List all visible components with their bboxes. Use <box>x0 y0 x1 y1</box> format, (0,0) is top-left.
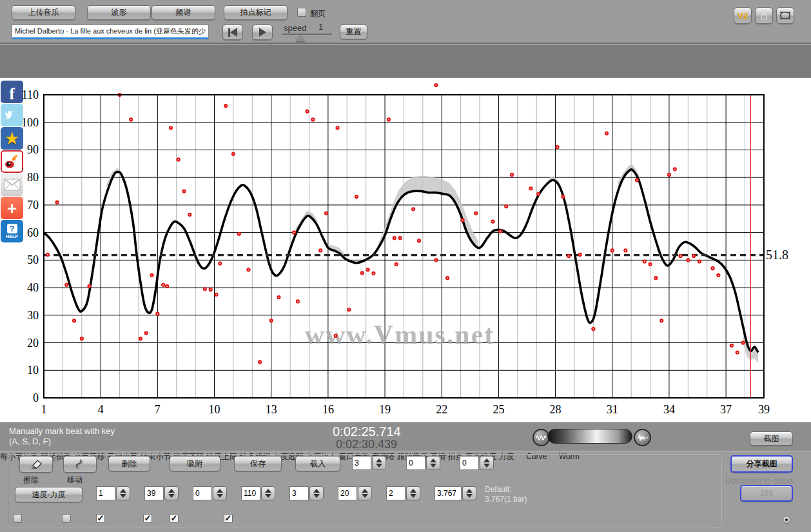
song-title-input[interactable] <box>12 25 209 39</box>
eraser-icon <box>30 459 43 469</box>
start-bar-stepper[interactable] <box>116 486 130 500</box>
twitter-icon[interactable] <box>1 104 23 126</box>
speed-value: 1 <box>318 22 323 32</box>
spectrum-button[interactable]: 频谱 <box>151 5 215 20</box>
svg-text:70: 70 <box>27 199 39 212</box>
move-tool-button[interactable] <box>63 456 97 473</box>
version-v2-button[interactable]: V2 <box>734 7 752 24</box>
delete-button[interactable]: 删除 <box>108 456 150 471</box>
average-tempo-checkbox[interactable] <box>170 514 179 523</box>
svg-text:4: 4 <box>98 403 104 416</box>
beat-hint-text: Manually mark beat with key (A, S, D, F) <box>9 426 115 447</box>
smooth-checkbox[interactable] <box>96 514 105 523</box>
erase-tool-button[interactable] <box>19 456 53 473</box>
speed-slider-handle[interactable] <box>296 35 305 41</box>
time-current: 0:02:25.714 <box>333 424 401 439</box>
waveform-icon[interactable] <box>634 429 651 446</box>
status-bar: Manually mark beat with key (A, S, D, F)… <box>0 422 811 451</box>
time-total: 0:02:30.439 <box>336 438 397 451</box>
svg-text:0: 0 <box>33 391 39 404</box>
share-screenshot-button[interactable]: 分享截图 <box>730 455 793 473</box>
tempo-min-input[interactable] <box>193 486 212 500</box>
bar-shift-stepper[interactable] <box>480 456 494 470</box>
tempo-max-stepper[interactable] <box>261 486 275 500</box>
pickup-beats-input[interactable] <box>406 456 425 470</box>
waveform-button[interactable]: 波形 <box>87 5 151 20</box>
page-turn-label: 翻页 <box>310 8 326 19</box>
waveform-overview-strip <box>0 45 811 77</box>
end-bar-input[interactable] <box>144 486 164 500</box>
snap-button[interactable]: 吸附 <box>170 456 220 471</box>
window-param-input[interactable] <box>435 486 462 500</box>
save-button[interactable]: 保存 <box>234 456 282 471</box>
speed-label: speed <box>284 23 306 33</box>
window-param-default-note: Default: 3.767(1 bar) <box>485 485 527 504</box>
fullscreen-icon[interactable] <box>776 7 794 24</box>
tempo-chart[interactable]: www.Vmus.net51.8010203040506070809010011… <box>0 78 811 422</box>
weibo-icon[interactable] <box>1 150 23 173</box>
page-turn-checkbox[interactable] <box>297 8 306 17</box>
upload-music-button[interactable]: 上传音乐 <box>12 5 75 20</box>
svg-text:7: 7 <box>155 403 161 416</box>
follow-music-checkbox[interactable] <box>62 514 71 523</box>
line-width-stepper[interactable] <box>309 486 324 500</box>
svg-text:39: 39 <box>758 403 770 416</box>
tempo-dynamics-mode-button[interactable]: 速度-力度 <box>15 487 83 502</box>
beat-mark-button[interactable]: 拍点标记 <box>224 5 288 20</box>
top-toolbar: 上传音乐 波形 频谱 拍点标记 翻页 speed 1 重置 V2 ⌂ <box>0 0 811 44</box>
beats-per-bar-stepper[interactable] <box>372 456 386 470</box>
share-code-button[interactable]: 101 <box>740 485 793 502</box>
svg-text:110: 110 <box>22 88 39 101</box>
svg-text:28: 28 <box>550 403 562 416</box>
play-button[interactable] <box>252 25 273 40</box>
svg-text:10: 10 <box>27 364 39 377</box>
facebook-icon[interactable]: f <box>1 81 23 103</box>
no-tick-checkbox[interactable] <box>13 514 22 523</box>
skip-back-button[interactable] <box>222 25 243 40</box>
mail-icon[interactable] <box>1 173 23 196</box>
speed-reset-button[interactable]: 重置 <box>340 25 367 39</box>
svg-text:60: 60 <box>27 226 39 239</box>
dynamics-opacity-stepper[interactable] <box>358 486 372 500</box>
beats-per-bar-input[interactable] <box>352 456 371 470</box>
svg-text:80: 80 <box>27 171 39 184</box>
window-param-stepper[interactable] <box>462 486 476 500</box>
svg-text:30: 30 <box>27 309 39 322</box>
pickup-beats-stepper[interactable] <box>426 456 440 470</box>
help-icon[interactable]: ? HELP <box>1 220 23 242</box>
tempo-min-stepper[interactable] <box>213 486 227 500</box>
line-width-input[interactable] <box>289 486 309 500</box>
chart-zone: www.Vmus.net51.8010203040506070809010011… <box>0 78 811 422</box>
svg-text:40: 40 <box>27 281 39 294</box>
home-icon[interactable]: ⌂ <box>755 7 773 24</box>
play-icon <box>259 28 266 37</box>
svg-text:90: 90 <box>27 143 39 156</box>
qzone-star-icon[interactable]: ★ <box>1 127 23 150</box>
svg-text:25: 25 <box>493 403 504 416</box>
screenshot-button[interactable]: 截图 <box>750 431 793 446</box>
tempo-max-input[interactable] <box>241 486 260 500</box>
svg-text:20: 20 <box>27 337 39 350</box>
start-bar-input[interactable] <box>96 486 115 500</box>
bar-shift-input[interactable] <box>460 456 479 470</box>
morph-slider[interactable] <box>547 429 632 444</box>
svg-text:100: 100 <box>21 116 39 129</box>
addthis-plus-icon[interactable]: + <box>1 197 23 219</box>
svg-text:31: 31 <box>607 403 618 416</box>
curve-radio[interactable] <box>783 516 790 524</box>
svg-text:50: 50 <box>27 253 39 266</box>
uploaded-to-cloud-text: Uploaded to cloud <box>725 476 793 486</box>
dynamics-checkbox[interactable] <box>224 514 233 523</box>
dynamics-scale-stepper[interactable] <box>406 486 420 500</box>
move-tool-label: 移动 <box>67 475 83 486</box>
dynamics-opacity-input[interactable] <box>338 486 357 500</box>
speed-slider-track[interactable] <box>282 34 332 35</box>
end-bar-stepper[interactable] <box>164 486 179 500</box>
control-panel: 擦除 移动 删除 吸附 保存 载入 每小节拍数 弱起拍数 小节平移 速度-力度 … <box>0 451 811 532</box>
svg-text:19: 19 <box>379 403 391 416</box>
dynamics-scale-input[interactable] <box>386 486 406 500</box>
beat-dots-checkbox[interactable] <box>143 514 152 523</box>
load-button[interactable]: 载入 <box>295 456 340 471</box>
svg-text:16: 16 <box>322 403 334 416</box>
svg-text:22: 22 <box>436 403 447 416</box>
